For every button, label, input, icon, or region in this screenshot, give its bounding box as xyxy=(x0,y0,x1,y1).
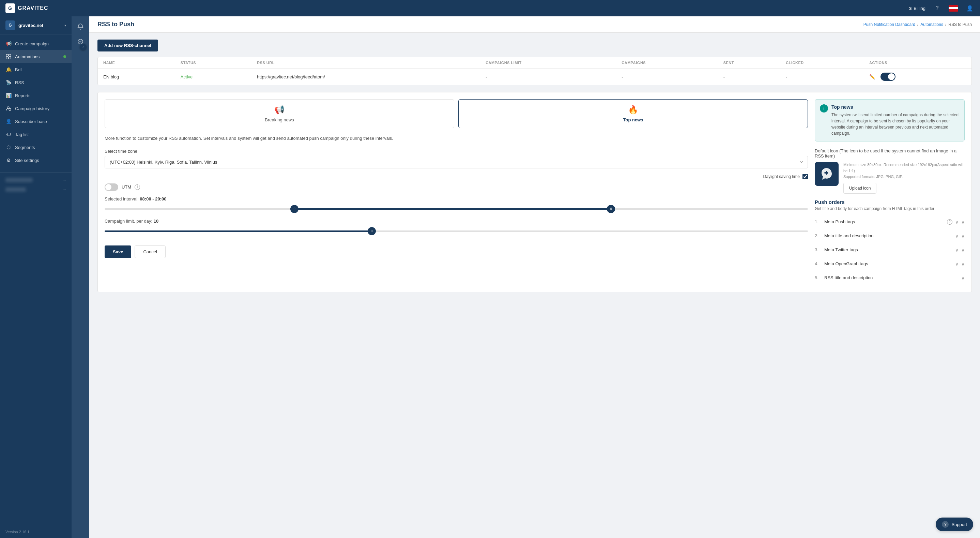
breadcrumb-automations[interactable]: Automations xyxy=(920,22,943,27)
sidebar-item-segments[interactable]: ⬡ Segments xyxy=(0,141,72,154)
push-order-2-up-icon[interactable]: ∧ xyxy=(961,233,965,239)
subscriber-icon: 👤 xyxy=(5,118,11,125)
utm-info-icon[interactable]: i xyxy=(135,184,140,190)
sidebar-item-create-campaign[interactable]: 📢 Create campaign xyxy=(0,37,72,50)
tab-top-news[interactable]: 🔥 Top news xyxy=(458,99,808,128)
campaign-limit-slider[interactable]: ⟨⟩ xyxy=(105,227,808,235)
push-order-5-text: RSS title and description xyxy=(824,275,952,280)
page-title: RSS to Push xyxy=(97,21,134,28)
sidebar-sub-item-1[interactable]: ··· xyxy=(0,175,72,185)
language-flag-icon[interactable] xyxy=(949,5,958,11)
limit-slider-thumb[interactable]: ⟨⟩ xyxy=(368,227,376,235)
svg-rect-3 xyxy=(9,57,11,59)
push-order-4-down-icon[interactable]: ∨ xyxy=(955,261,959,267)
default-icon-image xyxy=(815,162,838,186)
cancel-button[interactable]: Cancel xyxy=(135,246,165,258)
sidebar-item-site-settings[interactable]: ⚙ Site settings xyxy=(0,154,72,167)
support-icon: ? xyxy=(942,521,949,528)
daylight-saving-row: Daylight saving time xyxy=(105,174,808,179)
edit-icon[interactable]: ✏️ xyxy=(869,74,875,80)
upload-icon-button[interactable]: Upload icon xyxy=(843,183,877,194)
megaphone-icon: 📢 xyxy=(274,105,285,115)
timezone-form-group: Select time zone (UTC+02:00) Helsinki, K… xyxy=(105,148,808,168)
interval-value: 08:00 - 20:00 xyxy=(140,196,166,201)
slider-thumb-start[interactable]: ⟨⟩ xyxy=(290,205,299,213)
notification-icon-bar[interactable] xyxy=(74,21,87,33)
row-campaigns: - xyxy=(616,69,718,85)
default-icon-row: Minimum size 80x80px. Recommended size 1… xyxy=(815,162,965,194)
row-toggle-switch[interactable] xyxy=(880,73,896,81)
col-sent: SENT xyxy=(718,57,781,69)
campaign-limit-label: Campaign limit, per day: 10 xyxy=(105,219,808,224)
campaign-history-icon xyxy=(5,105,11,112)
interval-slider[interactable]: ⟨⟩ ⟨⟩ xyxy=(105,205,808,213)
push-order-3-up-icon[interactable]: ∧ xyxy=(961,247,965,253)
info-box-content: Top news The system will send limited nu… xyxy=(831,104,959,136)
sub-account-avatar-2 xyxy=(5,187,26,192)
main-content: RSS to Push Push Notification Dashboard … xyxy=(89,16,980,538)
sidebar-item-subscriber-base[interactable]: 👤 Subscriber base xyxy=(0,115,72,128)
sidebar-item-bell[interactable]: 🔔 Bell xyxy=(0,63,72,76)
page-header: RSS to Push Push Notification Dashboard … xyxy=(89,16,980,33)
info-box-text: The system will send limited number of c… xyxy=(831,112,959,136)
push-order-4-up-icon[interactable]: ∧ xyxy=(961,261,965,267)
slider-track xyxy=(105,208,808,210)
sub-item-icon-2: ··· xyxy=(64,188,66,192)
col-status: STATUS xyxy=(175,57,251,69)
limit-thumb-icon: ⟨⟩ xyxy=(371,230,373,233)
sidebar-account[interactable]: G gravitec.net ▾ xyxy=(0,16,72,34)
push-order-1-num: 1. xyxy=(815,219,822,224)
utm-toggle[interactable] xyxy=(105,184,118,191)
row-sent: - xyxy=(718,69,781,85)
size-info-line2: Supported formats: JPG, PNG, GIF. xyxy=(843,174,903,179)
push-order-1-actions: ∨ ∧ xyxy=(955,219,965,225)
push-order-4-text: Meta OpenGraph tags xyxy=(824,261,952,266)
col-campaigns: CAMPAIGNS xyxy=(616,57,718,69)
support-button[interactable]: ? Support xyxy=(936,517,973,531)
daylight-label: Daylight saving time xyxy=(763,174,800,179)
tab-top-news-label: Top news xyxy=(623,117,643,122)
push-order-1-up-icon[interactable]: ∧ xyxy=(961,219,965,225)
push-order-5-up-icon[interactable]: ∧ xyxy=(961,275,965,281)
sidebar-nav: 📢 Create campaign Automations 🔔 Bell 📡 R… xyxy=(0,34,72,169)
sidebar-item-rss[interactable]: 📡 RSS xyxy=(0,76,72,89)
help-icon[interactable]: ? xyxy=(932,3,942,13)
row-clicked: - xyxy=(780,69,864,85)
add-rss-channel-button[interactable]: Add new RSS-channel xyxy=(97,40,158,51)
timezone-select[interactable]: (UTC+02:00) Helsinki, Kyiv, Riga, Sofia,… xyxy=(105,156,808,168)
push-order-1-down-icon[interactable]: ∨ xyxy=(955,219,959,225)
col-name: NAME xyxy=(98,57,175,69)
billing-link[interactable]: $ Billing xyxy=(909,6,926,11)
breadcrumb-dashboard[interactable]: Push Notification Dashboard xyxy=(864,22,915,27)
sidebar-item-reports[interactable]: 📊 Reports xyxy=(0,89,72,102)
push-order-5-down-icon[interactable]: ∨ xyxy=(955,275,959,281)
sidebar-label-tag-list: Tag list xyxy=(15,132,29,137)
save-button[interactable]: Save xyxy=(105,246,131,258)
sidebar-item-tag-list[interactable]: 🏷 Tag list xyxy=(0,128,72,141)
svg-point-5 xyxy=(9,109,11,110)
daylight-checkbox[interactable] xyxy=(802,174,808,179)
logo-text: GRAVITEC xyxy=(18,5,48,11)
sidebar-item-campaign-history[interactable]: Campaign history xyxy=(0,102,72,115)
campaign-limit-value: 10 xyxy=(154,219,158,224)
interval-section: Selected interval: 08:00 - 20:00 ⟨⟩ xyxy=(105,196,808,213)
profile-icon[interactable]: 👤 xyxy=(965,3,975,13)
push-order-5-num: 5. xyxy=(815,275,822,280)
push-orders-section: Push orders Get title and body for each … xyxy=(815,199,965,285)
sidebar-sub-item-2[interactable]: ··· xyxy=(0,185,72,194)
push-order-1-text: Meta Push tags xyxy=(824,219,944,224)
sidebar-label-create-campaign: Create campaign xyxy=(15,41,49,46)
collapse-sidebar-btn[interactable]: ‹ xyxy=(80,44,87,51)
svg-rect-0 xyxy=(6,54,8,56)
push-order-3-num: 3. xyxy=(815,247,822,252)
slider-thumb-end[interactable]: ⟨⟩ xyxy=(607,205,615,213)
tag-icon: 🏷 xyxy=(5,131,11,137)
push-order-3-down-icon[interactable]: ∨ xyxy=(955,247,959,253)
push-order-1-info-icon[interactable]: ? xyxy=(947,219,952,225)
logo-icon: G xyxy=(5,3,15,13)
push-order-2-down-icon[interactable]: ∨ xyxy=(955,233,959,239)
rss-settings-right: i Top news The system will send limited … xyxy=(815,99,965,285)
sidebar-label-reports: Reports xyxy=(15,93,31,98)
tab-breaking-news[interactable]: 📢 Breaking news xyxy=(105,99,454,128)
sidebar-item-automations[interactable]: Automations xyxy=(0,50,72,63)
